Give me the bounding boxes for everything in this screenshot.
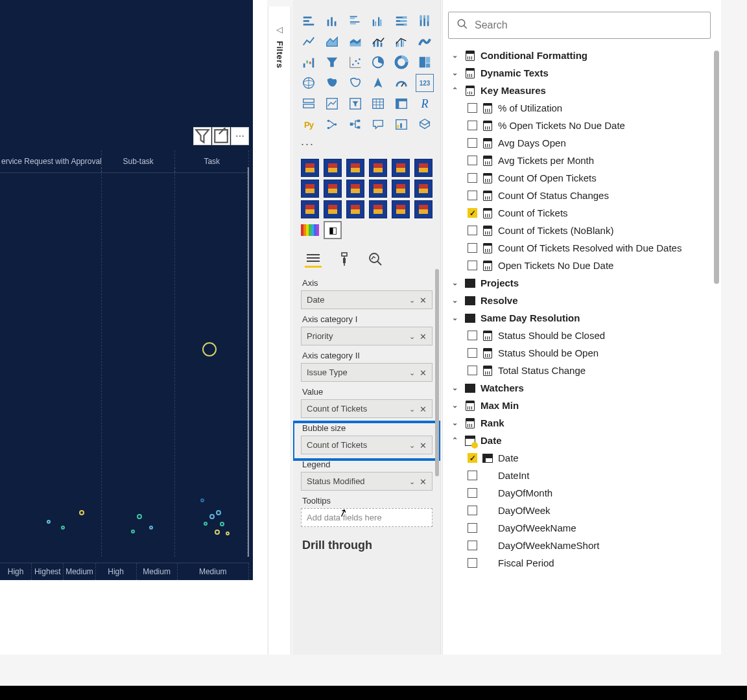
scrollbar-thumb[interactable] bbox=[435, 269, 439, 476]
custom-visual-icon[interactable] bbox=[301, 200, 319, 218]
focus-mode-icon[interactable] bbox=[212, 127, 230, 145]
bubble-chart-visual[interactable]: ⋯ ervice Request with Approvals Sub-task… bbox=[0, 0, 253, 580]
fields-tab-icon[interactable] bbox=[305, 251, 322, 268]
stacked-bar-chart-icon[interactable] bbox=[300, 12, 318, 30]
custom-visual-icon[interactable] bbox=[414, 180, 433, 198]
format-tab-icon[interactable] bbox=[336, 251, 353, 268]
custom-visual-icon[interactable] bbox=[301, 159, 319, 177]
field-item[interactable]: % Open Tickets No Due Date bbox=[447, 117, 721, 134]
field-item[interactable]: DayOfWeekNameShort bbox=[447, 537, 721, 554]
kpi-icon[interactable] bbox=[323, 95, 341, 113]
chevron-down-icon[interactable]: ⌄ bbox=[409, 404, 415, 413]
fields-search[interactable] bbox=[448, 12, 711, 39]
waterfall-chart-icon[interactable] bbox=[300, 53, 318, 71]
field-item[interactable]: Date bbox=[447, 449, 721, 467]
custom-visual-icon[interactable] bbox=[324, 159, 342, 177]
qa-visual-icon[interactable] bbox=[369, 115, 387, 134]
field-item[interactable]: Open Tickets No Due Date bbox=[447, 257, 721, 274]
field-item[interactable]: Total Status Change bbox=[447, 362, 721, 379]
field-checkbox[interactable] bbox=[468, 453, 477, 463]
matrix-icon[interactable] bbox=[392, 95, 410, 113]
remove-field-icon[interactable]: ✕ bbox=[420, 440, 427, 450]
hundred-pct-bar-chart-icon[interactable] bbox=[392, 12, 410, 30]
card-icon[interactable]: 123 bbox=[416, 74, 434, 92]
filters-pane-collapsed[interactable]: ▷ Filters bbox=[268, 6, 291, 655]
tooltips-well[interactable]: Add data fields here bbox=[301, 508, 433, 527]
custom-visual-icon[interactable] bbox=[414, 159, 433, 177]
stacked-column-chart-icon[interactable] bbox=[323, 12, 341, 30]
legend-well[interactable]: Status Modified⌄✕ bbox=[301, 472, 433, 491]
field-checkbox[interactable] bbox=[468, 191, 477, 200]
field-checkbox[interactable] bbox=[468, 558, 477, 568]
field-checkbox[interactable] bbox=[468, 366, 477, 375]
pie-chart-icon[interactable] bbox=[369, 53, 387, 71]
clustered-bar-chart-icon[interactable] bbox=[346, 12, 364, 30]
hundred-pct-column-chart-icon[interactable] bbox=[416, 12, 434, 30]
filled-map-icon[interactable] bbox=[323, 74, 341, 92]
field-checkbox[interactable] bbox=[468, 121, 477, 130]
treemap-icon[interactable] bbox=[416, 53, 434, 71]
chevron-down-icon[interactable]: ⌄ bbox=[409, 477, 415, 485]
scatter-chart-icon[interactable] bbox=[346, 53, 364, 71]
field-checkbox[interactable] bbox=[468, 138, 477, 148]
field-checkbox[interactable] bbox=[468, 348, 477, 358]
scrollbar-thumb[interactable] bbox=[714, 51, 719, 284]
expand-filters-icon[interactable]: ▷ bbox=[276, 25, 283, 34]
axis-well[interactable]: Date⌄✕ bbox=[301, 290, 433, 309]
more-visuals-icon[interactable]: ··· bbox=[293, 137, 440, 155]
line-clustered-column-icon[interactable] bbox=[392, 32, 410, 51]
decomposition-tree-icon[interactable] bbox=[346, 115, 364, 134]
table-dynamic-texts[interactable]: ⌄Dynamic Texts bbox=[447, 64, 721, 82]
custom-visual-icon[interactable] bbox=[301, 180, 319, 198]
field-checkbox[interactable] bbox=[468, 226, 477, 235]
field-checkbox[interactable] bbox=[468, 103, 477, 113]
field-item[interactable]: DateInt bbox=[447, 467, 721, 484]
chevron-down-icon[interactable]: ⌄ bbox=[409, 296, 415, 304]
custom-visual-icon[interactable] bbox=[392, 200, 410, 218]
field-item[interactable]: Status Should be Open bbox=[447, 344, 721, 362]
table-date[interactable]: ⌃Date bbox=[447, 432, 721, 449]
field-item[interactable]: DayOfWeek bbox=[447, 502, 721, 519]
clustered-column-chart-icon[interactable] bbox=[369, 12, 387, 30]
ribbon-chart-icon[interactable] bbox=[416, 32, 434, 51]
chevron-down-icon[interactable]: ⌄ bbox=[449, 296, 460, 305]
search-input[interactable] bbox=[475, 19, 702, 31]
area-chart-icon[interactable] bbox=[323, 32, 341, 51]
field-item[interactable]: Count of Tickets bbox=[447, 204, 721, 222]
field-item[interactable]: Avg Days Open bbox=[447, 134, 721, 152]
table-projects[interactable]: ⌄Projects bbox=[447, 274, 721, 292]
axis-category1-well[interactable]: Priority⌄✕ bbox=[301, 327, 433, 345]
custom-visual-icon[interactable] bbox=[324, 180, 342, 198]
field-item[interactable]: % of Utilization bbox=[447, 99, 721, 117]
field-item[interactable]: DayOfMonth bbox=[447, 484, 721, 502]
chevron-up-icon[interactable]: ⌃ bbox=[449, 436, 460, 445]
field-checkbox[interactable] bbox=[468, 331, 477, 340]
custom-visual-icon[interactable] bbox=[324, 200, 342, 218]
field-checkbox[interactable] bbox=[468, 208, 477, 218]
chevron-down-icon[interactable]: ⌄ bbox=[409, 368, 415, 377]
chevron-down-icon[interactable]: ⌄ bbox=[449, 279, 460, 287]
custom-visual-icon[interactable]: ◧ bbox=[324, 221, 342, 239]
table-resolve[interactable]: ⌄Resolve bbox=[447, 292, 721, 309]
analytics-tab-icon[interactable] bbox=[367, 251, 384, 268]
table-conditional-formatting[interactable]: ⌄Conditional Formatting bbox=[447, 47, 721, 64]
chevron-down-icon[interactable]: ⌄ bbox=[409, 441, 415, 449]
custom-visual-icon[interactable] bbox=[392, 159, 410, 177]
custom-visual-icon[interactable] bbox=[369, 180, 387, 198]
field-item[interactable]: Fiscal Period bbox=[447, 554, 721, 572]
more-options-icon[interactable]: ⋯ bbox=[231, 127, 249, 145]
report-canvas[interactable]: ⋯ ervice Request with Approvals Sub-task… bbox=[0, 0, 267, 655]
custom-visual-icon[interactable] bbox=[346, 200, 364, 218]
table-max-min[interactable]: ⌄Max Min bbox=[447, 397, 721, 414]
smart-narrative-icon[interactable] bbox=[392, 115, 410, 134]
remove-field-icon[interactable]: ✕ bbox=[420, 476, 427, 486]
field-checkbox[interactable] bbox=[468, 173, 477, 183]
field-checkbox[interactable] bbox=[468, 523, 477, 533]
custom-visual-icon[interactable] bbox=[414, 200, 433, 218]
custom-visual-icon[interactable] bbox=[392, 180, 410, 198]
field-item[interactable]: Count of Tickets (NoBlank) bbox=[447, 222, 721, 239]
field-checkbox[interactable] bbox=[468, 243, 477, 253]
axis-category2-well[interactable]: Issue Type⌄✕ bbox=[301, 363, 433, 382]
chevron-down-icon[interactable]: ⌄ bbox=[449, 401, 460, 410]
custom-visual-icon[interactable] bbox=[369, 159, 387, 177]
